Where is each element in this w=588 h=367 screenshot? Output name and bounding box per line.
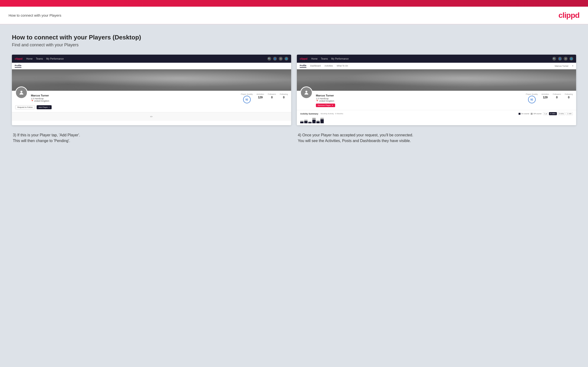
activity-summary: Activity Summary Monthly Activity · 6 Mo… <box>297 110 576 125</box>
right-nav-items: Home Teams My Performance <box>311 58 349 60</box>
left-player-location: 📍 United Kingdom <box>31 100 238 102</box>
left-followers-label: Followers <box>268 93 276 95</box>
remove-player-button[interactable]: Remove Player ✕ <box>316 104 335 107</box>
right-tab-activities[interactable]: Activities <box>324 65 333 67</box>
on-course-label: On course <box>521 113 529 115</box>
legend-on-course: On course <box>519 113 529 115</box>
header-title: How to connect with your Players <box>9 13 61 17</box>
request-to-follow-button[interactable]: Request to Follow <box>15 105 35 109</box>
right-nav-my-performance[interactable]: My Performance <box>331 58 349 60</box>
add-player-label: Add Player <box>39 106 48 108</box>
on-course-dot <box>519 113 520 115</box>
search-icon[interactable]: 🔍 <box>267 57 271 61</box>
on-course-bar <box>316 121 320 123</box>
page-subheading: Find and connect with your Players <box>12 42 576 48</box>
right-following-label: Following <box>565 93 573 95</box>
off-course-bar <box>320 118 324 119</box>
pen-icon: ✏ <box>150 115 153 118</box>
left-stat-following: Following 0 <box>280 93 288 103</box>
user-icon[interactable]: 👤 <box>273 57 277 61</box>
chart-bar-group <box>312 118 316 123</box>
description-left: 3) If this is your Player tap, 'Add Play… <box>12 132 291 144</box>
off-course-bar <box>312 118 316 119</box>
right-tab-dashboard[interactable]: Dashboard <box>310 65 321 67</box>
left-avatar <box>15 86 28 99</box>
time-btn-1mth[interactable]: 1 mth <box>566 112 573 115</box>
left-nav-teams[interactable]: Teams <box>36 58 43 60</box>
right-navbar: clippd Home Teams My Performance 🔍 👤 ⚙ 🌐 <box>297 55 576 63</box>
time-buttons: 1 yr 6 mths 3 mths 1 mth <box>543 112 573 115</box>
right-activities-value: 129 <box>543 96 548 99</box>
left-nav-logo: clippd <box>15 57 22 60</box>
on-course-bar <box>304 121 308 123</box>
right-followers-label: Followers <box>553 93 561 95</box>
left-activities-label: Activities <box>256 93 264 95</box>
time-btn-6mths[interactable]: 6 mths <box>549 112 557 115</box>
left-nav-my-performance[interactable]: My Performance <box>46 58 64 60</box>
on-course-bar <box>320 119 324 123</box>
right-profile-section: Marcus Turner 1-5 Handicap 📍 United King… <box>297 91 576 110</box>
right-nav-home[interactable]: Home <box>311 58 318 60</box>
off-course-dot <box>531 113 533 115</box>
right-settings-icon[interactable]: ⚙ <box>564 57 568 61</box>
remove-x-icon: ✕ <box>332 104 333 106</box>
right-search-icon[interactable]: 🔍 <box>552 57 556 61</box>
off-course-bar <box>300 121 303 121</box>
right-following-value: 0 <box>568 96 570 99</box>
right-avatar <box>300 86 312 99</box>
left-tab-profile[interactable]: Profile <box>15 64 21 68</box>
add-player-button[interactable]: Add Player + <box>37 105 52 109</box>
chart-bar-group <box>308 121 311 123</box>
left-following-label: Following <box>280 93 288 95</box>
right-user-icon[interactable]: 👤 <box>558 57 562 61</box>
description-left-text: 3) If this is your Player tap, 'Add Play… <box>13 132 290 144</box>
right-nav-logo: clippd <box>300 57 307 60</box>
time-btn-1yr[interactable]: 1 yr <box>543 112 548 115</box>
screenshot-left: clippd Home Teams My Performance 🔍 👤 ⚙ 🌐… <box>12 55 291 125</box>
time-btn-3mths[interactable]: 3 mths <box>558 112 565 115</box>
settings-icon[interactable]: ⚙ <box>279 57 283 61</box>
remove-player-label: Remove Player <box>318 104 331 106</box>
right-globe-icon[interactable]: 🌐 <box>570 57 573 61</box>
left-stat-quality: Player Quality 92 <box>241 93 253 103</box>
chart-bar-group <box>300 121 303 123</box>
main-content: How to connect with your Players (Deskto… <box>0 24 588 367</box>
right-stat-quality: Player Quality 92 <box>526 93 538 103</box>
description-right: 4) Once your Player has accepted your re… <box>297 132 576 144</box>
right-player-handicap: 1-5 Handicap <box>316 97 523 100</box>
left-nav-home[interactable]: Home <box>26 58 33 60</box>
left-stat-followers: Followers 0 <box>268 93 276 103</box>
chart-bar-group <box>316 120 320 123</box>
right-nav-teams[interactable]: Teams <box>321 58 328 60</box>
left-nav-icons: 🔍 👤 ⚙ 🌐 <box>267 57 288 61</box>
left-profile-info: Marcus Turner 1-5 Handicap 📍 United King… <box>31 94 238 102</box>
off-course-label: Off course <box>533 113 541 115</box>
left-nav-items: Home Teams My Performance <box>26 58 64 60</box>
chart-bar-group <box>304 120 308 123</box>
activity-subtitle: Monthly Activity · 6 Months <box>321 113 343 115</box>
left-followers-value: 0 <box>271 96 273 99</box>
left-screenshot-footer: ✏ <box>12 112 291 121</box>
left-navbar: clippd Home Teams My Performance 🔍 👤 ⚙ 🌐 <box>12 55 291 63</box>
right-quality-label: Player Quality <box>526 93 538 95</box>
chevron-down-icon: ▾ <box>572 65 573 67</box>
right-stat-followers: Followers 0 <box>553 93 561 103</box>
right-tab-what-to-on[interactable]: What To On <box>337 65 348 67</box>
clippd-logo: clippd <box>559 11 579 20</box>
left-player-name: Marcus Turner <box>31 94 238 97</box>
left-profile-top: Marcus Turner 1-5 Handicap 📍 United King… <box>15 93 288 103</box>
left-golf-banner <box>12 69 291 91</box>
right-stat-activities: Activities 129 <box>541 93 549 103</box>
chart-bar-group <box>320 118 324 123</box>
right-golf-banner <box>297 69 576 91</box>
globe-icon[interactable]: 🌐 <box>285 57 288 61</box>
right-profile-top: Marcus Turner 1-5 Handicap 📍 United King… <box>300 93 573 107</box>
left-avatar-wrapper <box>15 86 28 99</box>
on-course-bar <box>308 122 311 123</box>
right-player-stats: Player Quality 92 Activities 129 Followe… <box>526 93 573 103</box>
right-tab-profile[interactable]: Profile <box>300 64 306 68</box>
right-stat-following: Following 0 <box>565 93 573 103</box>
left-player-handicap: 1-5 Handicap <box>31 97 238 100</box>
screenshot-right: clippd Home Teams My Performance 🔍 👤 ⚙ 🌐… <box>297 55 576 125</box>
left-stat-activities: Activities 129 <box>256 93 264 103</box>
